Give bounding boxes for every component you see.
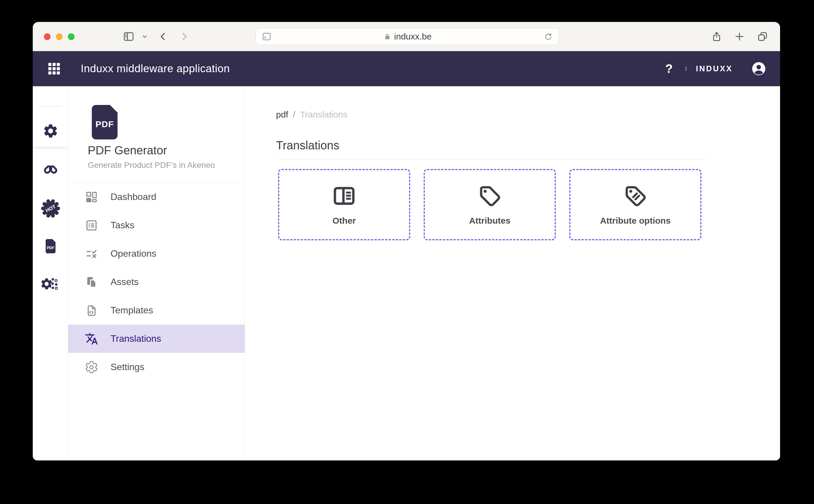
tag-lines-icon [623, 184, 648, 208]
browser-window: induxx.be [33, 22, 780, 460]
sidebar-item-label: Templates [111, 305, 153, 316]
plugin-sidebar: PDF PDF Generator Generate Product PDF’s… [68, 86, 245, 460]
settings-gear-icon[interactable] [33, 123, 68, 139]
navbar-separator [686, 66, 687, 71]
sidebar-item-translations[interactable]: Translations [68, 325, 245, 353]
toolbar-right-icons [711, 22, 768, 51]
pdf-file-icon[interactable]: PDF [33, 237, 68, 255]
operations-icon [85, 247, 98, 260]
translate-icon [85, 332, 98, 346]
sidebar-item-tasks[interactable]: Tasks [68, 211, 245, 239]
sidebar-item-label: Assets [111, 277, 139, 287]
page-title: Translations [276, 139, 339, 152]
title-divider [276, 159, 708, 160]
window-zoom-button[interactable] [68, 33, 75, 40]
app-navbar: Induxx middleware application ? INDUXX [33, 51, 780, 86]
sidebar-item-label: Dashboard [111, 191, 156, 202]
account-name: INDUXX [696, 64, 733, 73]
navbar-right: ? INDUXX [665, 61, 767, 77]
address-bar[interactable]: induxx.be [256, 28, 559, 45]
svg-text:PDF: PDF [46, 246, 54, 250]
pdf-generator-logo: PDF [91, 104, 118, 140]
breadcrumb-separator: / [293, 110, 295, 120]
sidebar-divider [68, 182, 245, 182]
logo-label: PDF [96, 119, 114, 129]
chevron-down-icon[interactable] [142, 22, 148, 51]
window-minimize-button[interactable] [56, 33, 63, 40]
browser-toolbar: induxx.be [33, 22, 780, 51]
sidebar-item-label: Translations [111, 333, 161, 344]
sidebar-item-assets[interactable]: Assets [68, 268, 245, 296]
card-attributes[interactable]: Attributes [424, 169, 556, 240]
translation-cards: Other Attributes [278, 169, 701, 240]
heart-link-icon[interactable] [33, 161, 68, 179]
card-attribute-options[interactable]: Attribute options [569, 169, 701, 240]
automation-gear-icon[interactable] [33, 275, 68, 293]
app-title: Induxx middleware application [81, 63, 230, 75]
breadcrumb-current: Translations [300, 110, 347, 120]
rail-active-section [33, 86, 68, 147]
card-label: Attribute options [600, 216, 671, 226]
sidebar-menu: Dashboard Task [68, 183, 245, 381]
plugin-subtitle: Generate Product PDF’s in Akeneo [88, 160, 215, 170]
hot-badge-icon[interactable]: HOT [33, 199, 68, 218]
sidebar-toggle-icon[interactable] [123, 22, 134, 51]
share-icon[interactable] [711, 31, 722, 42]
sidebar-item-dashboard[interactable]: Dashboard [68, 183, 245, 211]
assets-icon [85, 275, 98, 289]
lock-icon [384, 33, 391, 40]
tab-overview-icon[interactable] [757, 31, 768, 42]
account-avatar-icon[interactable] [751, 61, 767, 77]
plugin-name: PDF Generator [88, 144, 167, 157]
url-text: induxx.be [394, 32, 432, 42]
new-tab-icon[interactable] [734, 31, 745, 42]
tasks-icon [85, 219, 98, 232]
help-button[interactable]: ? [665, 62, 673, 76]
card-other[interactable]: Other [278, 169, 410, 240]
reader-view-icon[interactable] [262, 32, 272, 42]
window-controls [44, 22, 75, 51]
sidebar-item-label: Operations [111, 248, 156, 259]
templates-icon [85, 304, 98, 317]
apps-grid-icon[interactable] [48, 63, 60, 75]
dashboard-icon [85, 190, 98, 204]
app-rail: HOT PDF [33, 86, 68, 460]
main-content: pdf / Translations Translations [245, 86, 780, 460]
settings-icon [85, 360, 98, 374]
back-icon[interactable] [158, 22, 168, 51]
breadcrumb-root[interactable]: pdf [276, 110, 288, 120]
window-close-button[interactable] [44, 33, 51, 40]
sidebar-item-operations[interactable]: Operations [68, 239, 245, 268]
reload-icon[interactable] [544, 32, 553, 41]
sidebar-item-label: Settings [111, 362, 144, 372]
tag-icon [477, 184, 502, 208]
card-label: Other [332, 216, 356, 226]
url-text-group: induxx.be [272, 32, 544, 42]
rail-divider [39, 106, 61, 107]
forward-icon[interactable] [179, 22, 189, 51]
breadcrumb: pdf / Translations [276, 110, 347, 120]
sidebar-item-label: Tasks [111, 220, 134, 231]
card-label: Attributes [469, 216, 511, 226]
app-body: HOT PDF [33, 86, 780, 460]
sidebar-item-settings[interactable]: Settings [68, 353, 245, 381]
reader-icon [332, 184, 356, 208]
sidebar-item-templates[interactable]: Templates [68, 296, 245, 325]
